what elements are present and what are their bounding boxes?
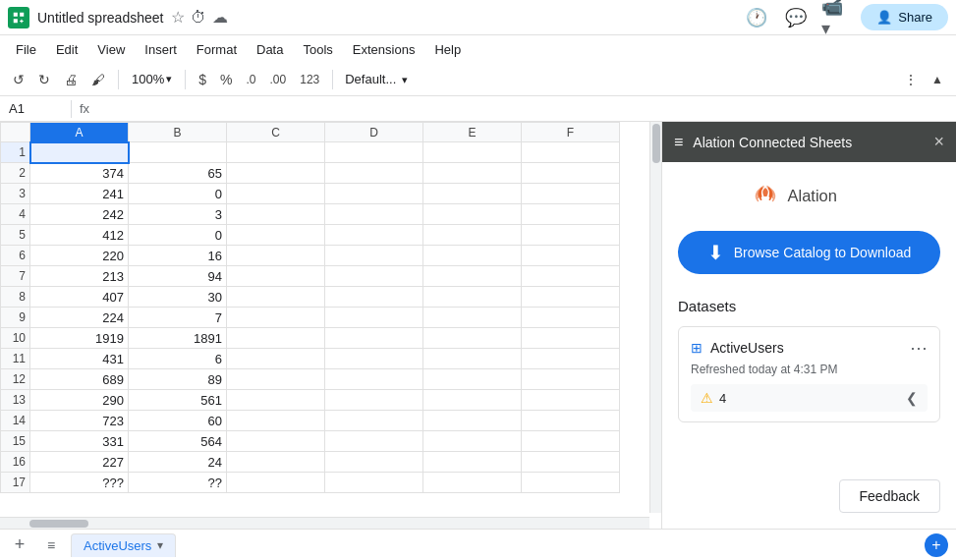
cell-10-C[interactable] (227, 328, 325, 349)
more-toolbar-button[interactable]: ⋮ (899, 69, 923, 90)
cell-13-D[interactable] (325, 390, 423, 411)
cell-17-B[interactable]: ?? (129, 473, 227, 493)
cell-10-F[interactable] (522, 328, 620, 349)
cell-15-B[interactable]: 564 (129, 431, 227, 452)
menu-insert[interactable]: Insert (137, 39, 185, 60)
cell-2-A[interactable]: 374 (30, 163, 129, 184)
menu-format[interactable]: Format (189, 39, 245, 60)
cell-9-A[interactable]: 224 (30, 308, 129, 328)
cell-12-A[interactable]: 689 (30, 369, 129, 390)
cell-11-D[interactable] (325, 349, 423, 369)
cell-15-F[interactable] (522, 431, 620, 452)
cell-6-D[interactable] (325, 246, 423, 266)
sheet-tab-activeusers[interactable]: ActiveUsers ▾ (71, 533, 176, 557)
print-button[interactable]: 🖨 (59, 69, 83, 90)
horizontal-scrollbar[interactable] (0, 517, 649, 529)
cell-5-D[interactable] (325, 225, 423, 246)
zoom-selector[interactable]: 100% ▾ (127, 69, 177, 89)
feedback-button[interactable]: Feedback (839, 479, 940, 513)
col-header-d[interactable]: D (325, 123, 423, 142)
cell-11-A[interactable]: 431 (30, 349, 129, 369)
cell-12-B[interactable]: 89 (129, 369, 227, 390)
cell-10-E[interactable] (423, 328, 522, 349)
cell-1-D[interactable] (325, 142, 423, 163)
expand-dataset-button[interactable]: ❮ (906, 390, 918, 406)
cell-7-A[interactable]: 213 (30, 266, 129, 287)
cell-reference[interactable]: A1 (4, 98, 63, 119)
cell-9-D[interactable] (325, 308, 423, 328)
cell-1-B[interactable] (129, 142, 227, 163)
decimal-inc-button[interactable]: .00 (265, 70, 292, 89)
number-format-button[interactable]: 123 (295, 70, 324, 89)
cell-8-C[interactable] (227, 287, 325, 308)
cell-11-C[interactable] (227, 349, 325, 369)
cell-9-E[interactable] (423, 308, 522, 328)
cell-17-D[interactable] (325, 473, 423, 493)
cell-17-F[interactable] (522, 473, 620, 493)
cell-16-A[interactable]: 227 (30, 452, 129, 473)
menu-tools[interactable]: Tools (295, 39, 340, 60)
cell-16-B[interactable]: 24 (129, 452, 227, 473)
cell-2-E[interactable] (423, 163, 522, 184)
cell-11-B[interactable]: 6 (129, 349, 227, 369)
menu-view[interactable]: View (89, 39, 133, 60)
cell-5-F[interactable] (522, 225, 620, 246)
close-panel-button[interactable]: × (933, 132, 944, 152)
sheet-dropdown-icon[interactable]: ▾ (157, 538, 163, 552)
cell-9-F[interactable] (522, 308, 620, 328)
cell-13-C[interactable] (227, 390, 325, 411)
cell-13-A[interactable]: 290 (30, 390, 129, 411)
cell-17-C[interactable] (227, 473, 325, 493)
cell-12-D[interactable] (325, 369, 423, 390)
menu-help[interactable]: Help (426, 39, 469, 60)
cell-4-B[interactable]: 3 (129, 204, 227, 225)
cell-1-F[interactable] (522, 142, 620, 163)
cell-12-E[interactable] (423, 369, 522, 390)
col-header-a[interactable]: A (30, 123, 129, 142)
cell-15-D[interactable] (325, 431, 423, 452)
cell-6-F[interactable] (522, 246, 620, 266)
cell-9-C[interactable] (227, 308, 325, 328)
collapse-toolbar-button[interactable]: ▲ (927, 70, 948, 89)
cell-3-B[interactable]: 0 (129, 184, 227, 204)
cell-13-E[interactable] (423, 390, 522, 411)
cell-7-E[interactable] (423, 266, 522, 287)
cell-8-F[interactable] (522, 287, 620, 308)
cell-8-D[interactable] (325, 287, 423, 308)
cell-2-B[interactable]: 65 (129, 163, 227, 184)
cell-6-C[interactable] (227, 246, 325, 266)
cell-8-B[interactable]: 30 (129, 287, 227, 308)
cell-11-E[interactable] (423, 349, 522, 369)
cell-2-C[interactable] (227, 163, 325, 184)
menu-data[interactable]: Data (249, 39, 291, 60)
history-icon[interactable]: ⏱ (191, 9, 206, 27)
video-icon[interactable]: 📹 ▾ (821, 4, 849, 31)
cell-5-E[interactable] (423, 225, 522, 246)
cell-15-A[interactable]: 331 (30, 431, 129, 452)
cell-3-F[interactable] (522, 184, 620, 204)
percent-button[interactable]: % (215, 69, 237, 90)
cell-7-C[interactable] (227, 266, 325, 287)
cell-16-F[interactable] (522, 452, 620, 473)
cell-14-F[interactable] (522, 411, 620, 431)
format-painter-button[interactable]: 🖌 (86, 69, 110, 90)
dataset-more-button[interactable]: ⋯ (910, 337, 928, 359)
share-button[interactable]: 👤 Share (861, 4, 948, 30)
hamburger-icon[interactable]: ≡ (674, 134, 683, 151)
cell-16-E[interactable] (423, 452, 522, 473)
cell-8-A[interactable]: 407 (30, 287, 129, 308)
cell-16-D[interactable] (325, 452, 423, 473)
cell-4-C[interactable] (227, 204, 325, 225)
undo-button[interactable]: ↺ (8, 69, 29, 90)
grid-container[interactable]: A B C D E F 1237465324104242354120622016… (0, 122, 661, 529)
cell-17-A[interactable]: ??? (30, 473, 129, 493)
scroll-thumb-h[interactable] (29, 520, 88, 528)
cell-17-E[interactable] (423, 473, 522, 493)
menu-edit[interactable]: Edit (48, 39, 85, 60)
cell-11-F[interactable] (522, 349, 620, 369)
cell-15-C[interactable] (227, 431, 325, 452)
cell-1-A[interactable] (30, 142, 129, 163)
cell-14-E[interactable] (423, 411, 522, 431)
cell-13-B[interactable]: 561 (129, 390, 227, 411)
decimal-dec-button[interactable]: .0 (242, 70, 261, 89)
